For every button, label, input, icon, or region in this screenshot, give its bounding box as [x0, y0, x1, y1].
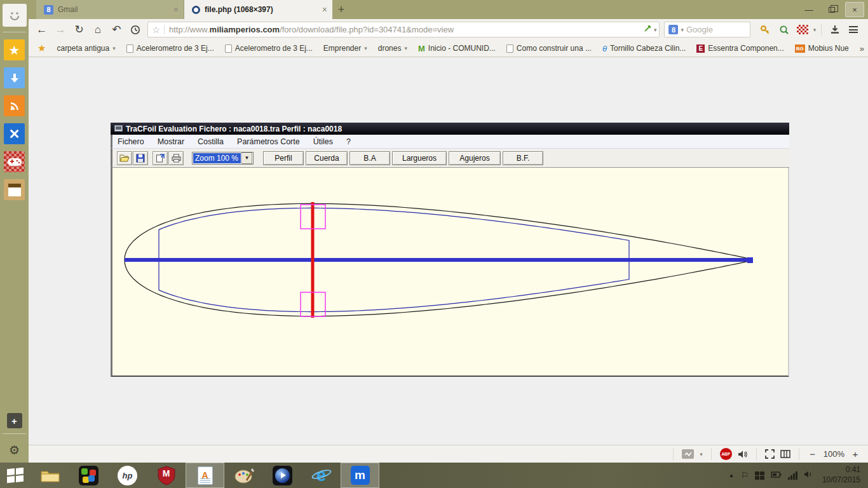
zoom-out-button[interactable]: − — [808, 449, 818, 459]
bookmark-item[interactable]: EEssentra Componen... — [696, 44, 783, 53]
agujeros-button[interactable]: Agujeros — [449, 151, 501, 165]
adblock-icon[interactable]: ABP — [720, 448, 732, 460]
save-floppy-icon[interactable] — [133, 151, 148, 165]
menu-parametros-corte[interactable]: Parámetros Corte — [237, 137, 300, 146]
forum-m-icon: M — [418, 44, 425, 53]
site-favicon — [192, 6, 200, 14]
bookmark-item[interactable]: BGMobius Nue — [795, 44, 849, 53]
bookmarks-overflow-chevron[interactable]: » — [860, 44, 864, 53]
avatar-smiley-icon[interactable] — [3, 4, 27, 27]
taskbar-puzzle-icon[interactable] — [69, 463, 108, 488]
bookmark-star-icon[interactable]: ☆ — [152, 25, 160, 35]
close-icon[interactable]: × — [173, 4, 179, 15]
bookmark-item[interactable]: carpeta antigua▾ — [57, 44, 115, 53]
chevron-down-icon[interactable]: ▼ — [241, 152, 252, 164]
chevron-down-icon[interactable]: ▾ — [681, 27, 684, 33]
bookmark-item[interactable]: Acelerometro de 3 Ej... — [126, 44, 214, 53]
menu-mostrar[interactable]: Mostrar — [158, 137, 184, 146]
cuerda-button[interactable]: Cuerda — [306, 151, 348, 165]
chevron-down-icon[interactable]: ▾ — [654, 27, 657, 33]
page-content: TraCFoil Evaluation Fichero : naca0018.t… — [29, 57, 868, 445]
undo-button[interactable]: ↶ — [109, 22, 125, 38]
magnifier-refresh-icon[interactable] — [776, 22, 792, 38]
rss-icon[interactable] — [4, 95, 25, 116]
zoom-value: Zoom 100 % — [193, 153, 241, 163]
url-input[interactable]: ☆ http://www.miliamperios.com/foro/downl… — [147, 22, 660, 37]
tray-expand-icon[interactable]: ▲ — [728, 472, 734, 478]
tracfoil-title: TraCFoil Evaluation Fichero : naca0018.t… — [126, 125, 342, 133]
chevron-down-icon[interactable]: ▾ — [700, 451, 703, 458]
speaker-icon[interactable] — [738, 450, 748, 459]
open-folder-icon[interactable] — [117, 151, 132, 165]
restore-button[interactable] — [822, 2, 841, 17]
forward-button[interactable]: → — [52, 22, 68, 38]
network-signal-icon[interactable] — [788, 471, 797, 480]
tab-gmail[interactable]: 8 Gmail × — [36, 0, 184, 19]
minimize-button[interactable]: — — [799, 2, 818, 17]
home-button[interactable]: ⌂ — [90, 22, 105, 38]
battery-icon[interactable] — [771, 471, 782, 480]
bf-button[interactable]: B.F. — [503, 151, 543, 165]
volume-speaker-icon[interactable] — [804, 470, 813, 480]
downloads-icon[interactable] — [827, 22, 843, 38]
share-quill-icon[interactable] — [643, 24, 652, 35]
menu-help[interactable]: ? — [346, 137, 351, 146]
menu-list-icon[interactable] — [846, 22, 862, 38]
menu-utiles[interactable]: Útiles — [313, 137, 333, 146]
tray-windows-icon[interactable] — [755, 471, 764, 480]
tools-wrench-icon[interactable] — [4, 123, 25, 144]
search-box[interactable]: 8 ▾ — [664, 22, 750, 37]
properties-icon[interactable] — [153, 151, 168, 165]
back-button[interactable]: ← — [34, 22, 50, 38]
add-panel-button[interactable]: + — [7, 413, 22, 428]
taskbar-explorer-icon[interactable] — [31, 463, 69, 488]
taskbar-clock[interactable]: 0:41 10/07/2015 — [820, 465, 860, 485]
gamepad-icon[interactable] — [4, 151, 25, 172]
search-input[interactable] — [686, 25, 737, 34]
close-icon[interactable]: × — [322, 4, 327, 15]
action-center-flag-icon[interactable]: ⚐ — [740, 470, 749, 480]
taskbar-mcafee-icon[interactable]: M — [147, 463, 186, 488]
snap-checker-icon[interactable] — [794, 22, 810, 38]
split-view-icon[interactable] — [780, 450, 790, 458]
print-icon[interactable] — [168, 151, 184, 165]
chevron-down-icon[interactable]: ▾ — [813, 27, 817, 33]
taskbar-paint-icon[interactable] — [224, 463, 263, 488]
new-tab-button[interactable]: + — [332, 0, 350, 19]
taskbar-maxthon-icon[interactable]: m — [341, 463, 379, 488]
settings-gear-icon[interactable]: ⚙ — [0, 439, 29, 463]
bookmark-item[interactable]: Emprender▾ — [323, 44, 367, 53]
taskbar-hp-icon[interactable]: hp — [108, 463, 147, 488]
fullscreen-icon[interactable] — [765, 449, 775, 459]
history-clock-icon[interactable] — [127, 22, 143, 38]
tab-filephp[interactable]: file.php (1068×397) × — [184, 0, 332, 19]
password-key-icon[interactable] — [757, 22, 773, 38]
start-button[interactable] — [0, 463, 31, 488]
menu-costilla[interactable]: Costilla — [198, 137, 224, 146]
zoom-select[interactable]: Zoom 100 % ▼ — [192, 152, 254, 165]
snapshot-icon[interactable] — [682, 449, 694, 459]
bookmark-item[interactable]: Acelerometro de 3 Ej... — [225, 44, 313, 53]
taskbar-powerdvd-icon[interactable] — [263, 463, 302, 488]
tracfoil-image[interactable]: TraCFoil Evaluation Fichero : naca0018.t… — [111, 123, 789, 377]
bookmark-item[interactable]: Como construir una ... — [506, 44, 592, 53]
refresh-button[interactable]: ↻ — [71, 22, 87, 38]
chevron-down-icon: ▾ — [112, 45, 116, 51]
close-window-button[interactable]: × — [845, 2, 864, 17]
taskbar-wordpad-icon[interactable] — [186, 463, 224, 488]
bookmark-item[interactable]: MInicio - COMUNID... — [418, 44, 496, 53]
notes-icon[interactable] — [4, 179, 25, 200]
zoom-in-button[interactable]: + — [850, 449, 860, 459]
largueros-button[interactable]: Largueros — [392, 151, 447, 165]
google-search-icon: 8 — [668, 25, 678, 34]
ba-button[interactable]: B.A — [349, 151, 390, 165]
download-arrow-icon[interactable] — [4, 67, 25, 88]
menu-fichero[interactable]: Fichero — [118, 137, 144, 146]
bookmark-item[interactable]: drones▾ — [378, 44, 407, 53]
taskbar-ie-icon[interactable]: e — [302, 463, 341, 488]
zoom-level[interactable]: 100% — [824, 449, 844, 459]
favorites-star-icon[interactable]: ★ — [37, 43, 46, 54]
bookmark-item[interactable]: θTornillo Cabeza Cilin... — [602, 44, 686, 53]
perfil-button[interactable]: Perfil — [263, 151, 304, 165]
favorites-star-icon[interactable]: ★ — [4, 39, 25, 60]
